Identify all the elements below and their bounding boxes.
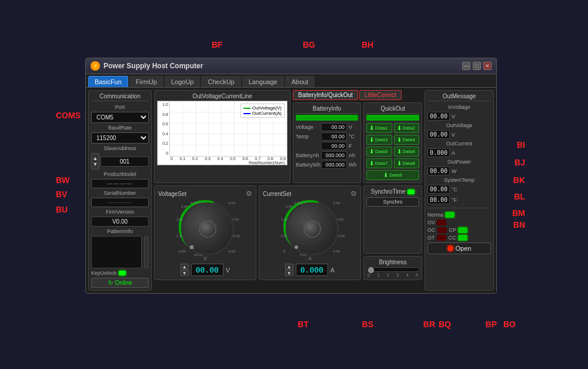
voltage-knob-container: 5.00 6.00 7.00 8.00 9.00 10.00 0.00 1.00… bbox=[179, 200, 232, 253]
chart-legend: OutVoltage(V) OutCurrent(A) bbox=[240, 104, 285, 118]
open-label: Open bbox=[456, 245, 472, 252]
y-label-1: 1.0 bbox=[158, 102, 169, 107]
current-down-button[interactable]: ▼ bbox=[285, 270, 293, 276]
data8-button[interactable]: ⬇Data8 bbox=[394, 158, 420, 168]
synchro-title-label: SynchroTime bbox=[371, 188, 406, 195]
baudrate-select[interactable]: 115200 bbox=[91, 132, 149, 144]
top-center: OutVoltageCurrentLine 1.0 0.8 0.6 0.4 0.… bbox=[154, 90, 422, 183]
close-button[interactable]: ✕ bbox=[483, 62, 492, 70]
online-button[interactable]: ↻ Online bbox=[91, 278, 149, 288]
main-content: Communication Port COM5 BaudRate 115200 … bbox=[86, 88, 496, 293]
tab-basicfun[interactable]: BasicFun bbox=[88, 76, 128, 87]
out-voltage-value: 00.00 bbox=[427, 130, 450, 139]
annotation-BO: BO bbox=[503, 320, 516, 329]
temp-value: 00.00 bbox=[321, 132, 347, 141]
ot-cc-row: OT CC bbox=[427, 235, 491, 241]
port-select[interactable]: COM5 bbox=[91, 112, 149, 123]
battery-info-title: BatteryInfo bbox=[296, 105, 358, 114]
brightness-label-2: 2 bbox=[387, 273, 389, 277]
little-correct-tab[interactable]: LittleCorrect bbox=[359, 90, 402, 100]
current-knob-outer[interactable] bbox=[286, 202, 339, 255]
data6-button[interactable]: ⬇Data6 bbox=[394, 147, 420, 157]
tab-firmup[interactable]: FirmUp bbox=[129, 76, 163, 87]
chart-y-axis: 1.0 0.8 0.6 0.4 0.2 0 bbox=[158, 101, 169, 157]
voltage-stepper: ▲ ▼ bbox=[181, 264, 189, 276]
current-up-button[interactable]: ▲ bbox=[285, 264, 293, 270]
system-temp-f-row: 00.00 °F bbox=[427, 195, 491, 204]
annotation-BH: BH bbox=[362, 40, 373, 49]
battery-quickout-panel: BatteryInfo/QuickOut LittleCorrect Batte… bbox=[293, 90, 422, 183]
data2-button[interactable]: ⬇Data2 bbox=[394, 123, 420, 133]
bottom-center: VoltageSet ⚙ bbox=[154, 185, 422, 280]
ot-led bbox=[437, 235, 446, 241]
current-set-title: CurrentSet bbox=[263, 191, 291, 197]
voltage-display-unit: V bbox=[226, 267, 230, 274]
x-label-3: 0.3 bbox=[205, 157, 211, 165]
voltage-set-header: VoltageSet ⚙ bbox=[158, 190, 252, 198]
ov-status: OV bbox=[427, 220, 491, 225]
in-voltage-label: InVoltage bbox=[427, 104, 491, 110]
voltage-value: 00.00 bbox=[321, 123, 347, 131]
tab-about[interactable]: About bbox=[285, 76, 315, 87]
serial-number-label: SerialNumber bbox=[91, 190, 149, 196]
brightness-label-3: 3 bbox=[396, 273, 399, 277]
data9-button[interactable]: ⬇Data9 bbox=[366, 170, 419, 180]
voltage-knob-outer[interactable] bbox=[181, 202, 234, 255]
y-label-3: 0.6 bbox=[158, 122, 169, 126]
open-button[interactable]: Open bbox=[427, 242, 491, 254]
tab-logoup[interactable]: LogoUp bbox=[165, 76, 201, 87]
battery-info-tab[interactable]: BatteryInfo/QuickOut bbox=[293, 90, 358, 100]
data3-button[interactable]: ⬇Data3 bbox=[366, 135, 392, 145]
tab-checkup[interactable]: CheckUp bbox=[201, 76, 240, 87]
data7-button[interactable]: ⬇Data7 bbox=[366, 158, 392, 168]
baudrate-label: BaudRate bbox=[91, 125, 149, 131]
current-display: 0.000 bbox=[296, 264, 328, 276]
system-temp-c-unit: °C bbox=[452, 187, 460, 192]
x-label-1: 0.1 bbox=[180, 157, 186, 165]
annotation-BS: BS bbox=[362, 320, 373, 329]
voltage-row: Voltage 00.00 V bbox=[296, 123, 358, 131]
oc-label: OC bbox=[427, 227, 436, 233]
voltage-display: 00.00 bbox=[191, 264, 223, 276]
out-power-row: 00.00 W bbox=[427, 167, 491, 175]
y-label-5: 0.2 bbox=[158, 141, 169, 145]
maximize-button[interactable]: □ bbox=[473, 62, 481, 70]
chart-panel: OutVoltageCurrentLine 1.0 0.8 0.6 0.4 0.… bbox=[154, 90, 290, 183]
brightness-label-0: 0 bbox=[368, 273, 370, 277]
slave-address-up-down[interactable]: ▲▼ bbox=[91, 153, 99, 169]
voltage-up-button[interactable]: ▲ bbox=[181, 264, 189, 270]
norma-label: Norma bbox=[427, 212, 443, 218]
synchro-button[interactable]: Synchro bbox=[366, 197, 419, 207]
cp-led bbox=[458, 227, 467, 233]
system-temp-c-row: 00.00 °C bbox=[427, 185, 491, 194]
battery-wh-unit: Wh bbox=[349, 162, 358, 168]
annotation-BI: BI bbox=[517, 140, 525, 149]
out-current-label: OutCurrent bbox=[427, 141, 491, 147]
data1-button[interactable]: ⬇Data1 bbox=[366, 123, 392, 133]
annotation-BQ: BQ bbox=[439, 320, 451, 329]
data4-button[interactable]: ⬇Data4 bbox=[394, 135, 420, 145]
brightness-track[interactable] bbox=[366, 267, 419, 272]
current-set-panel: CurrentSet ⚙ 2.50 3.00 bbox=[259, 185, 361, 280]
x-label-6: 0.6 bbox=[242, 157, 248, 165]
legend-voltage-label: OutVoltage(V) bbox=[252, 105, 282, 111]
voltage-down-button[interactable]: ▼ bbox=[181, 270, 189, 276]
brightness-slider-area: 0 1 2 3 4 5 bbox=[366, 267, 419, 277]
key-unlock-row: KeyUnlock bbox=[91, 270, 149, 276]
annotation-BK: BK bbox=[513, 175, 525, 185]
voltage-set-gear-icon[interactable]: ⚙ bbox=[246, 190, 252, 198]
tab-language[interactable]: Language bbox=[242, 76, 284, 87]
current-set-gear-icon[interactable]: ⚙ bbox=[350, 190, 357, 198]
annotation-BF: BF bbox=[212, 40, 223, 49]
legend-current: OutCurrent(A) bbox=[243, 111, 282, 116]
annotation-BW: BW bbox=[56, 175, 69, 185]
minimize-button[interactable]: — bbox=[462, 62, 470, 70]
status-divider bbox=[427, 208, 491, 208]
current-knob-container: 2.50 3.00 3.50 4.00 4.50 5.00 0 0.50 1.0… bbox=[283, 200, 336, 253]
voltage-label: Voltage bbox=[296, 124, 319, 130]
pattern-info-scrollbar[interactable] bbox=[144, 236, 149, 268]
system-temp-f-value: 00.00 bbox=[427, 195, 450, 204]
data5-button[interactable]: ⬇Data5 bbox=[366, 147, 392, 157]
legend-voltage-color bbox=[243, 108, 250, 109]
temp2-unit: F bbox=[349, 143, 358, 149]
